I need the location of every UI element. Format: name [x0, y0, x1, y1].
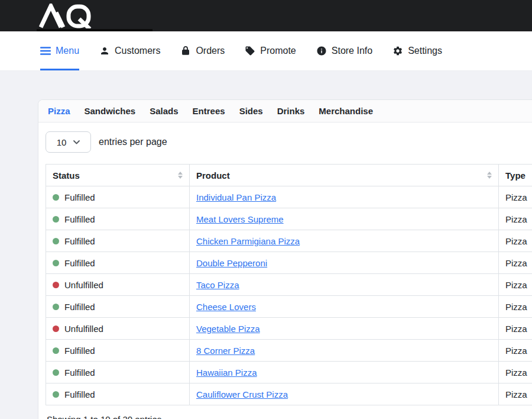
product-link[interactable]: Cheese Lovers: [196, 302, 256, 312]
nav-item-settings[interactable]: Settings: [392, 31, 442, 70]
menu-card: Pizza Sandwiches Salads Entrees Sides Dr…: [38, 99, 532, 419]
status-label: Fulfilled: [64, 346, 95, 356]
product-link[interactable]: Double Pepperoni: [196, 258, 267, 268]
type-cell: Pizza: [499, 208, 532, 230]
status-label: Unfulfilled: [64, 280, 103, 290]
nav-item-customers[interactable]: Customers: [99, 31, 160, 70]
tag-icon: [245, 46, 255, 56]
column-label: Type: [505, 170, 525, 181]
table-row: Fulfilled Individual Pan Pizza Pizza: [46, 186, 532, 208]
tab-merchandise[interactable]: Merchandise: [319, 106, 373, 116]
table-row: Fulfilled Cauliflower Crust Pizza Pizza: [46, 383, 532, 405]
table-row: Unfulfilled Vegetable Pizza Pizza: [46, 318, 532, 340]
nav-item-store-info[interactable]: Store Info: [316, 31, 372, 70]
nav-item-label: Store Info: [332, 46, 372, 56]
nav-item-promote[interactable]: Promote: [245, 31, 296, 70]
status-label: Fulfilled: [64, 258, 95, 268]
status-dot: [53, 216, 59, 223]
nav-item-label: Menu: [56, 46, 79, 56]
nav-item-label: Orders: [196, 46, 225, 56]
product-link[interactable]: Chicken Parmigiana Pizza: [196, 236, 300, 246]
table-row: Fulfilled Chicken Parmigiana Pizza Pizza: [46, 230, 532, 252]
status-dot: [53, 238, 59, 244]
main-content: Pizza Sandwiches Salads Entrees Sides Dr…: [0, 71, 532, 419]
status-label: Unfulfilled: [64, 324, 103, 334]
primary-nav: Menu Customers Orders Promote Store Info…: [0, 31, 532, 71]
nav-item-orders[interactable]: Orders: [180, 31, 225, 70]
status-label: Fulfilled: [64, 302, 95, 312]
chevron-down-icon: [73, 140, 80, 144]
product-link[interactable]: Cauliflower Crust Pizza: [196, 389, 288, 399]
tab-entrees[interactable]: Entrees: [193, 106, 225, 116]
product-link[interactable]: Individual Pan Pizza: [196, 192, 276, 202]
info-circle-icon: [316, 46, 327, 56]
logo-underline-strip: [37, 29, 153, 31]
status-label: Fulfilled: [64, 368, 95, 378]
status-dot: [53, 325, 59, 332]
nav-item-label: Promote: [260, 46, 296, 56]
tab-sandwiches[interactable]: Sandwiches: [85, 106, 136, 116]
table-row: Unfulfilled Taco Pizza Pizza: [46, 274, 532, 296]
status-dot: [53, 347, 59, 354]
table-row: Fulfilled Hawaiian Pizza Pizza: [46, 362, 532, 383]
product-link[interactable]: Meat Lovers Supreme: [196, 214, 284, 224]
column-header-product[interactable]: Product: [190, 165, 499, 186]
sort-icon: [178, 172, 183, 179]
status-label: Fulfilled: [64, 192, 95, 202]
product-link[interactable]: 8 Corner Pizza: [196, 346, 255, 356]
tab-drinks[interactable]: Drinks: [277, 106, 305, 116]
gear-icon: [392, 46, 403, 56]
type-cell: Pizza: [499, 230, 532, 252]
nav-item-menu[interactable]: Menu: [40, 31, 79, 70]
product-link[interactable]: Taco Pizza: [196, 280, 239, 290]
table-row: Fulfilled Meat Lovers Supreme Pizza: [46, 208, 532, 230]
type-cell: Pizza: [499, 274, 532, 296]
hamburger-icon: [40, 46, 51, 56]
column-header-type[interactable]: Type: [499, 165, 532, 186]
status-label: Fulfilled: [64, 389, 95, 399]
status-label: Fulfilled: [64, 214, 95, 224]
type-cell: Pizza: [499, 362, 532, 383]
nav-item-label: Customers: [115, 46, 160, 56]
tab-pizza[interactable]: Pizza: [48, 106, 70, 116]
column-label: Status: [53, 170, 80, 181]
status-label: Fulfilled: [64, 236, 95, 246]
bag-icon: [180, 46, 191, 56]
status-dot: [53, 282, 59, 288]
type-cell: Pizza: [499, 252, 532, 274]
tab-salads[interactable]: Salads: [150, 106, 178, 116]
status-dot: [53, 194, 59, 201]
column-label: Product: [196, 170, 230, 181]
status-dot: [53, 260, 59, 266]
column-header-status[interactable]: Status: [46, 165, 190, 186]
type-cell: Pizza: [499, 318, 532, 340]
entries-per-page-select[interactable]: 10: [46, 131, 91, 153]
nav-item-label: Settings: [408, 46, 442, 56]
type-cell: Pizza: [499, 383, 532, 405]
status-dot: [53, 304, 59, 310]
category-tab-bar: Pizza Sandwiches Salads Entrees Sides Dr…: [38, 100, 532, 123]
card-body: 10 entries per page Status: [38, 123, 532, 419]
product-link[interactable]: Hawaiian Pizza: [196, 368, 257, 378]
table-row: Fulfilled Cheese Lovers Pizza: [46, 296, 532, 318]
products-table: Status Product: [46, 164, 532, 405]
table-row: Fulfilled Double Pepperoni Pizza: [46, 252, 532, 274]
table-header-row: Status Product: [46, 165, 532, 186]
status-dot: [53, 369, 59, 376]
type-cell: Pizza: [499, 186, 532, 208]
status-dot: [53, 391, 59, 398]
table-summary: Showing 1 to 10 of 30 entries: [46, 414, 532, 419]
entries-per-page-label: entries per page: [99, 137, 167, 147]
app-bar: [0, 0, 532, 31]
entries-per-page-value: 10: [57, 137, 67, 147]
person-icon: [99, 46, 110, 56]
type-cell: Pizza: [499, 340, 532, 362]
table-controls: 10 entries per page: [46, 131, 532, 153]
product-link[interactable]: Vegetable Pizza: [196, 324, 260, 334]
table-row: Fulfilled 8 Corner Pizza Pizza: [46, 340, 532, 362]
tab-sides[interactable]: Sides: [239, 106, 263, 116]
type-cell: Pizza: [499, 296, 532, 318]
aiq-logo: [38, 4, 109, 28]
sort-icon: [487, 172, 492, 179]
